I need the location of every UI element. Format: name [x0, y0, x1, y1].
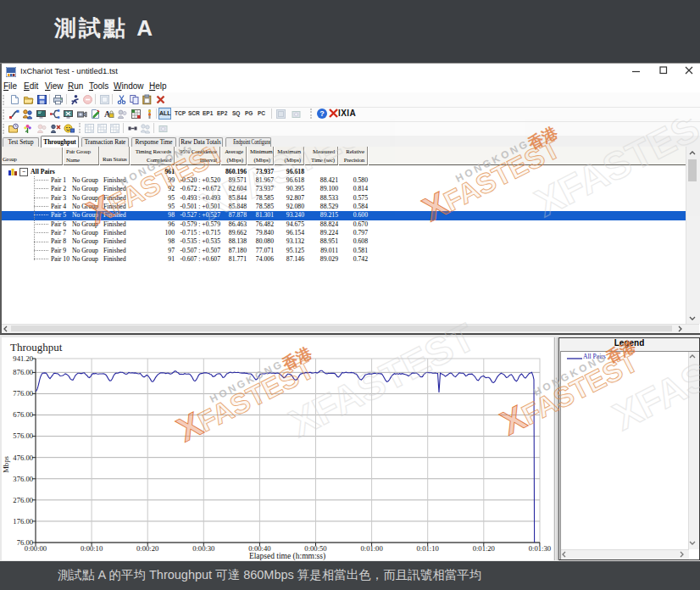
svg-text:176.00: 176.00	[13, 517, 33, 526]
svg-text:Mbps: Mbps	[2, 456, 10, 473]
svg-text:0:00:00: 0:00:00	[25, 544, 47, 553]
svg-text:476.00: 476.00	[13, 454, 33, 462]
svg-text:676.00: 676.00	[13, 410, 33, 419]
svg-text:Throughput: Throughput	[10, 341, 63, 353]
svg-text:Elapsed time (h:mm:ss): Elapsed time (h:mm:ss)	[249, 552, 325, 560]
svg-text:876.00: 876.00	[13, 368, 33, 376]
svg-text:0:00:20: 0:00:20	[136, 544, 158, 553]
svg-text:376.00: 376.00	[13, 475, 33, 483]
svg-text:0:01:30: 0:01:30	[529, 544, 551, 553]
svg-text:0:00:10: 0:00:10	[81, 544, 103, 553]
svg-text:0:00:30: 0:00:30	[192, 544, 214, 553]
svg-text:0:01:10: 0:01:10	[417, 544, 439, 553]
svg-text:941.20: 941.20	[13, 354, 33, 363]
svg-text:0:01:20: 0:01:20	[473, 544, 495, 553]
svg-text:276.00: 276.00	[13, 496, 33, 504]
svg-text:576.00: 576.00	[13, 431, 33, 440]
svg-text:0:01:00: 0:01:00	[360, 544, 382, 553]
svg-text:776.00: 776.00	[13, 389, 33, 398]
